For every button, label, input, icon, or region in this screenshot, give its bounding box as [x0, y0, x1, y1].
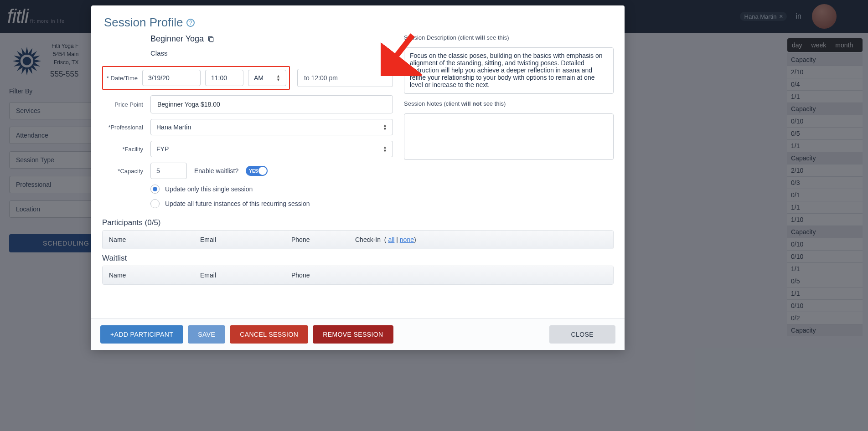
modal-footer: +ADD PARTICIPANT SAVE CANCEL SESSION REM… — [91, 318, 625, 350]
capacity-label: *Capacity — [102, 168, 143, 174]
notes-label: Session Notes (client will not see this) — [404, 100, 614, 107]
save-button[interactable]: SAVE — [188, 325, 225, 344]
update-all-radio[interactable] — [150, 199, 160, 208]
description-label: Session Description (client will see thi… — [404, 34, 614, 41]
professional-select[interactable]: Hana Martin ▲▼ — [150, 119, 393, 135]
cancel-session-button[interactable]: CANCEL SESSION — [230, 325, 308, 344]
checkin-all-link[interactable]: all — [388, 236, 394, 243]
modal-title: Session Profile ? — [91, 5, 625, 34]
update-single-label: Update only this single session — [165, 185, 253, 193]
waitlist-title: Waitlist — [102, 254, 393, 263]
datetime-row: * Date/Time AM ▲▼ to 12:00 pm — [102, 66, 393, 90]
chevron-updown-icon: ▲▼ — [383, 123, 387, 131]
add-participant-button[interactable]: +ADD PARTICIPANT — [100, 325, 183, 344]
session-name: Beginner Yoga — [150, 34, 393, 44]
participants-title: Participants (0/5) — [102, 218, 393, 227]
copy-icon[interactable] — [207, 36, 214, 42]
update-single-radio[interactable] — [150, 185, 160, 194]
session-profile-modal: Session Profile ? Beginner Yoga Class * … — [91, 5, 625, 350]
chevron-updown-icon: ▲▼ — [276, 74, 280, 82]
waitlist-toggle[interactable]: YES — [246, 166, 268, 176]
date-input[interactable] — [142, 70, 201, 86]
facility-select[interactable]: FYP ▲▼ — [150, 141, 393, 157]
datetime-label: * Date/Time — [106, 75, 138, 82]
modal-title-text: Session Profile — [104, 15, 183, 30]
th-name: Name — [109, 272, 200, 279]
help-icon[interactable]: ? — [186, 19, 195, 27]
price-label: Price Point — [102, 101, 143, 108]
chevron-updown-icon: ▲▼ — [383, 145, 387, 153]
session-type: Class — [150, 49, 393, 57]
th-email: Email — [200, 236, 291, 243]
toggle-yes: YES — [249, 169, 258, 174]
toggle-knob-icon — [258, 167, 267, 175]
update-all-label: Update all future instances of this recu… — [165, 200, 310, 207]
th-email: Email — [200, 272, 291, 279]
waitlist-label: Enable waitlist? — [194, 167, 238, 174]
th-phone: Phone — [291, 272, 355, 279]
ampm-value: AM — [254, 74, 264, 82]
notes-input[interactable] — [404, 113, 614, 160]
professional-label: *Professional — [102, 124, 143, 131]
session-name-text: Beginner Yoga — [150, 34, 204, 44]
facility-value: FYP — [156, 145, 169, 153]
capacity-input[interactable] — [150, 163, 187, 179]
remove-session-button[interactable]: REMOVE SESSION — [313, 325, 393, 344]
price-point-value[interactable]: Beginner Yoga $18.00 — [150, 95, 393, 113]
time-input[interactable] — [205, 70, 243, 86]
end-time-display: to 12:00 pm — [297, 69, 393, 87]
description-input[interactable] — [404, 47, 614, 94]
facility-label: *Facility — [102, 146, 143, 153]
th-name: Name — [109, 236, 200, 243]
th-phone: Phone — [291, 236, 355, 243]
close-button[interactable]: CLOSE — [549, 325, 615, 344]
professional-value: Hana Martin — [156, 123, 191, 131]
svg-rect-18 — [210, 37, 213, 42]
ampm-select[interactable]: AM ▲▼ — [248, 70, 286, 86]
